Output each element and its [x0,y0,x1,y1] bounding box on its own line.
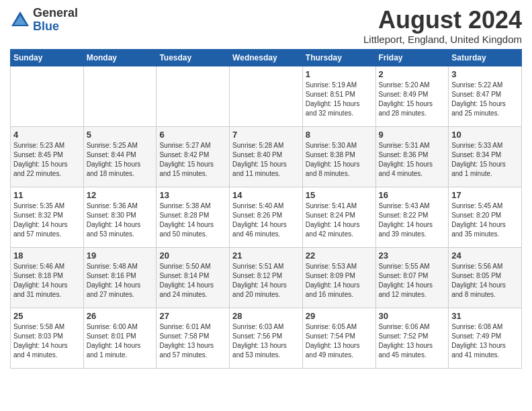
month-year: August 2024 [363,7,522,34]
calendar-cell: 9Sunrise: 5:31 AM Sunset: 8:36 PM Daylig… [375,126,449,187]
cell-content: Sunrise: 5:41 AM Sunset: 8:24 PM Dayligh… [306,201,373,239]
calendar-cell: 2Sunrise: 5:20 AM Sunset: 8:49 PM Daylig… [375,66,449,126]
day-number: 30 [379,311,446,321]
calendar-cell: 25Sunrise: 5:58 AM Sunset: 8:03 PM Dayli… [11,308,84,368]
cell-content: Sunrise: 5:51 AM Sunset: 8:12 PM Dayligh… [232,262,300,300]
cell-content: Sunrise: 6:05 AM Sunset: 7:54 PM Dayligh… [306,322,373,360]
col-header-friday: Friday [375,49,449,66]
day-number: 3 [451,69,519,79]
calendar-cell: 21Sunrise: 5:51 AM Sunset: 8:12 PM Dayli… [230,247,303,308]
calendar-cell: 5Sunrise: 5:25 AM Sunset: 8:44 PM Daylig… [83,126,157,187]
calendar-cell: 19Sunrise: 5:48 AM Sunset: 8:16 PM Dayli… [83,247,157,308]
day-number: 16 [379,190,446,200]
day-number: 26 [87,311,154,321]
cell-content: Sunrise: 5:40 AM Sunset: 8:26 PM Dayligh… [232,201,300,239]
calendar-week-3: 11Sunrise: 5:35 AM Sunset: 8:32 PM Dayli… [11,187,522,247]
calendar-week-5: 25Sunrise: 5:58 AM Sunset: 8:03 PM Dayli… [11,308,522,368]
calendar-cell: 29Sunrise: 6:05 AM Sunset: 7:54 PM Dayli… [302,308,375,368]
calendar-cell: 23Sunrise: 5:55 AM Sunset: 8:07 PM Dayli… [375,247,449,308]
cell-content: Sunrise: 5:23 AM Sunset: 8:45 PM Dayligh… [13,141,81,179]
location: Littleport, England, United Kingdom [363,34,522,45]
day-number: 29 [306,311,373,321]
day-number: 10 [451,130,519,140]
calendar-week-2: 4Sunrise: 5:23 AM Sunset: 8:45 PM Daylig… [11,126,522,187]
day-number: 23 [379,250,446,261]
day-number: 21 [232,250,300,261]
cell-content: Sunrise: 6:03 AM Sunset: 7:56 PM Dayligh… [232,322,300,360]
calendar-cell: 14Sunrise: 5:40 AM Sunset: 8:26 PM Dayli… [230,187,303,247]
col-header-wednesday: Wednesday [230,49,303,66]
cell-content: Sunrise: 5:22 AM Sunset: 8:47 PM Dayligh… [451,81,519,118]
cell-content: Sunrise: 5:58 AM Sunset: 8:03 PM Dayligh… [13,322,81,360]
calendar-header-row: SundayMondayTuesdayWednesdayThursdayFrid… [11,49,522,66]
day-number: 1 [306,69,373,79]
logo-icon [10,10,30,30]
day-number: 15 [306,190,373,200]
calendar-cell: 22Sunrise: 5:53 AM Sunset: 8:09 PM Dayli… [302,247,375,308]
calendar-cell: 28Sunrise: 6:03 AM Sunset: 7:56 PM Dayli… [230,308,303,368]
day-number: 11 [13,190,81,200]
day-number: 22 [306,250,373,261]
calendar-cell: 13Sunrise: 5:38 AM Sunset: 8:28 PM Dayli… [157,187,230,247]
day-number: 4 [13,130,81,140]
title-block: August 2024 Littleport, England, United … [363,7,522,45]
cell-content: Sunrise: 5:43 AM Sunset: 8:22 PM Dayligh… [379,201,446,239]
day-number: 12 [87,190,154,200]
calendar-week-1: 1Sunrise: 5:19 AM Sunset: 8:51 PM Daylig… [11,66,522,126]
calendar-cell: 18Sunrise: 5:46 AM Sunset: 8:18 PM Dayli… [11,247,84,308]
calendar-cell: 31Sunrise: 6:08 AM Sunset: 7:49 PM Dayli… [449,308,522,368]
col-header-tuesday: Tuesday [157,49,230,66]
cell-content: Sunrise: 5:55 AM Sunset: 8:07 PM Dayligh… [379,262,446,300]
col-header-sunday: Sunday [11,49,84,66]
calendar-cell: 10Sunrise: 5:33 AM Sunset: 8:34 PM Dayli… [449,126,522,187]
calendar-cell [230,66,303,126]
cell-content: Sunrise: 5:35 AM Sunset: 8:32 PM Dayligh… [13,201,81,239]
cell-content: Sunrise: 5:33 AM Sunset: 8:34 PM Dayligh… [451,141,519,179]
logo: General Blue [10,7,78,34]
col-header-monday: Monday [83,49,157,66]
calendar-cell: 26Sunrise: 6:00 AM Sunset: 8:01 PM Dayli… [83,308,157,368]
cell-content: Sunrise: 6:08 AM Sunset: 7:49 PM Dayligh… [451,322,519,360]
logo-blue: Blue [33,19,59,33]
day-number: 18 [13,250,81,261]
cell-content: Sunrise: 5:56 AM Sunset: 8:05 PM Dayligh… [451,262,519,300]
calendar-cell: 6Sunrise: 5:27 AM Sunset: 8:42 PM Daylig… [157,126,230,187]
cell-content: Sunrise: 6:06 AM Sunset: 7:52 PM Dayligh… [379,322,446,360]
calendar-cell: 24Sunrise: 5:56 AM Sunset: 8:05 PM Dayli… [449,247,522,308]
cell-content: Sunrise: 5:36 AM Sunset: 8:30 PM Dayligh… [87,201,154,239]
cell-content: Sunrise: 5:27 AM Sunset: 8:42 PM Dayligh… [159,141,226,179]
day-number: 31 [451,311,519,321]
calendar-cell: 20Sunrise: 5:50 AM Sunset: 8:14 PM Dayli… [157,247,230,308]
calendar-cell: 1Sunrise: 5:19 AM Sunset: 8:51 PM Daylig… [302,66,375,126]
day-number: 13 [159,190,226,200]
day-number: 27 [159,311,226,321]
day-number: 5 [87,130,154,140]
cell-content: Sunrise: 5:28 AM Sunset: 8:40 PM Dayligh… [232,141,300,179]
cell-content: Sunrise: 6:00 AM Sunset: 8:01 PM Dayligh… [87,322,154,360]
calendar-cell: 16Sunrise: 5:43 AM Sunset: 8:22 PM Dayli… [375,187,449,247]
logo-general: General [33,6,78,19]
calendar-cell [83,66,157,126]
calendar-cell: 17Sunrise: 5:45 AM Sunset: 8:20 PM Dayli… [449,187,522,247]
calendar-cell: 30Sunrise: 6:06 AM Sunset: 7:52 PM Dayli… [375,308,449,368]
cell-content: Sunrise: 5:53 AM Sunset: 8:09 PM Dayligh… [306,262,373,300]
day-number: 28 [232,311,300,321]
calendar-cell: 4Sunrise: 5:23 AM Sunset: 8:45 PM Daylig… [11,126,84,187]
col-header-thursday: Thursday [302,49,375,66]
cell-content: Sunrise: 5:31 AM Sunset: 8:36 PM Dayligh… [379,141,446,179]
cell-content: Sunrise: 5:50 AM Sunset: 8:14 PM Dayligh… [159,262,226,300]
calendar-week-4: 18Sunrise: 5:46 AM Sunset: 8:18 PM Dayli… [11,247,522,308]
cell-content: Sunrise: 5:19 AM Sunset: 8:51 PM Dayligh… [306,81,373,118]
logo-text: General Blue [33,7,78,34]
cell-content: Sunrise: 5:38 AM Sunset: 8:28 PM Dayligh… [159,201,226,239]
calendar-cell [11,66,84,126]
calendar-cell: 3Sunrise: 5:22 AM Sunset: 8:47 PM Daylig… [449,66,522,126]
calendar-cell: 11Sunrise: 5:35 AM Sunset: 8:32 PM Dayli… [11,187,84,247]
calendar-cell: 27Sunrise: 6:01 AM Sunset: 7:58 PM Dayli… [157,308,230,368]
day-number: 7 [232,130,300,140]
day-number: 19 [87,250,154,261]
cell-content: Sunrise: 5:25 AM Sunset: 8:44 PM Dayligh… [87,141,154,179]
day-number: 8 [306,130,373,140]
cell-content: Sunrise: 6:01 AM Sunset: 7:58 PM Dayligh… [159,322,226,360]
day-number: 14 [232,190,300,200]
